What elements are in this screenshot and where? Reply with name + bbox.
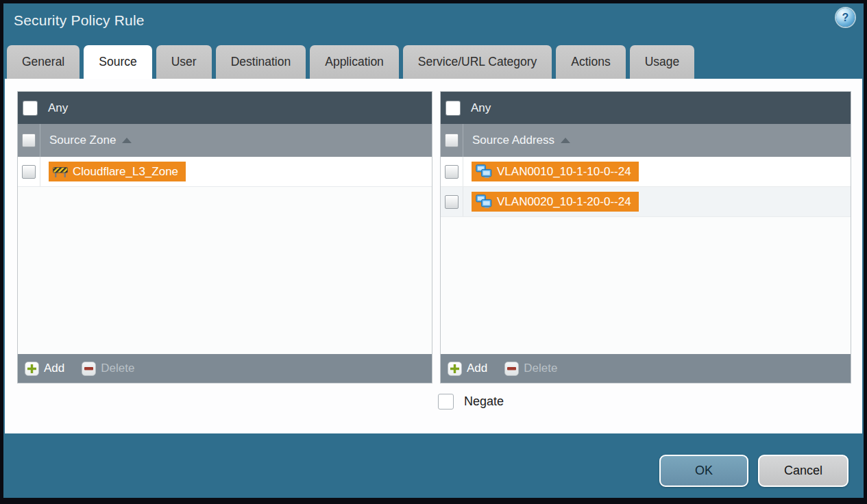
help-icon[interactable]: ? [836, 8, 855, 27]
delete-icon [82, 362, 96, 376]
help-glyph: ? [842, 12, 849, 24]
add-icon [25, 362, 39, 376]
source-zone-list: Cloudflare_L3_Zone [18, 157, 432, 354]
cancel-button[interactable]: Cancel [758, 455, 848, 487]
source-address-column-header[interactable]: Source Address [441, 124, 851, 157]
row-checkbox[interactable] [445, 165, 459, 179]
zone-name: Cloudflare_L3_Zone [73, 164, 178, 179]
address-name: VLAN0020_10-1-20-0--24 [497, 194, 631, 210]
row-checkbox[interactable] [22, 165, 36, 179]
table-row[interactable]: VLAN0020_10-1-20-0--24 [441, 187, 851, 217]
delete-icon [504, 362, 519, 376]
source-zone-any-checkbox[interactable] [23, 101, 37, 115]
add-button[interactable]: Add [25, 362, 64, 376]
delete-label: Delete [101, 362, 134, 375]
zone-icon [53, 165, 68, 178]
sort-asc-icon [561, 138, 570, 143]
source-address-panel: Any Source Address [440, 91, 851, 383]
tab-source[interactable]: Source [84, 45, 151, 79]
source-address-footer: Add Delete [441, 354, 851, 383]
source-zone-footer: Add Delete [18, 354, 432, 383]
add-label: Add [467, 362, 487, 375]
source-address-any-row: Any [441, 92, 851, 124]
address-chip[interactable]: VLAN0010_10-1-10-0--24 [472, 162, 639, 181]
add-button[interactable]: Add [448, 362, 487, 376]
table-row[interactable]: Cloudflare_L3_Zone [18, 157, 432, 187]
source-address-list: VLAN0010_10-1-10-0--24 [441, 157, 851, 354]
tab-general[interactable]: General [7, 45, 80, 79]
dialog-title: Security Policy Rule [14, 12, 145, 29]
address-icon [476, 194, 492, 209]
tab-usage[interactable]: Usage [630, 45, 695, 79]
source-zone-any-label: Any [48, 101, 68, 115]
negate-row: Negate [438, 394, 504, 410]
source-zone-select-all-checkbox[interactable] [22, 134, 36, 147]
tab-destination[interactable]: Destination [216, 45, 306, 79]
address-chip[interactable]: VLAN0020_10-1-20-0--24 [472, 192, 639, 212]
zone-chip[interactable]: Cloudflare_L3_Zone [49, 162, 186, 181]
tab-bar: General Source User Destination Applicat… [7, 45, 694, 79]
tab-user[interactable]: User [156, 45, 212, 79]
source-zone-column-header[interactable]: Source Zone [18, 124, 432, 157]
source-address-any-label: Any [471, 101, 491, 115]
negate-checkbox[interactable] [438, 394, 454, 410]
security-policy-rule-dialog: Security Policy Rule ? General Source Us… [3, 3, 864, 498]
delete-button[interactable]: Delete [82, 362, 134, 376]
delete-button[interactable]: Delete [504, 362, 557, 376]
tab-actions[interactable]: Actions [556, 45, 625, 79]
source-zone-panel: Any Source Zone [17, 91, 432, 383]
row-checkbox[interactable] [445, 195, 459, 209]
screenshot-frame: Security Policy Rule ? General Source Us… [0, 0, 867, 504]
source-zone-column-title: Source Zone [49, 124, 116, 157]
source-tab-content: Any Source Zone [5, 79, 862, 433]
address-name: VLAN0010_10-1-10-0--24 [497, 164, 631, 179]
source-zone-any-row: Any [18, 92, 432, 124]
table-row[interactable]: VLAN0010_10-1-10-0--24 [441, 157, 851, 187]
add-label: Add [44, 362, 64, 375]
tab-application[interactable]: Application [310, 45, 399, 79]
source-address-column-title: Source Address [472, 124, 554, 157]
tab-service-url-category[interactable]: Service/URL Category [403, 45, 552, 79]
delete-label: Delete [524, 362, 557, 375]
sort-asc-icon [122, 138, 132, 143]
ok-button[interactable]: OK [659, 455, 748, 487]
source-address-select-all-checkbox[interactable] [445, 134, 459, 147]
add-icon [448, 362, 462, 376]
address-icon [476, 164, 492, 179]
source-address-any-checkbox[interactable] [446, 101, 460, 115]
negate-label: Negate [464, 394, 504, 409]
